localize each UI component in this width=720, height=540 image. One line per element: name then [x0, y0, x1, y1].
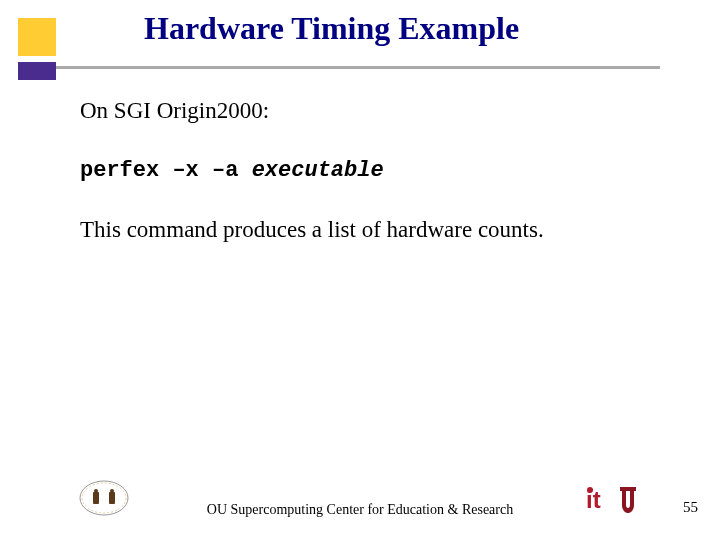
slide-title: Hardware Timing Example [144, 10, 519, 47]
body-code-command: perfex –x –a executable [80, 158, 680, 183]
svg-rect-3 [109, 492, 115, 504]
footer-attribution: OU Supercomputing Center for Education &… [207, 502, 513, 518]
oscer-logo-icon [78, 478, 130, 522]
slide-body: On SGI Origin2000: perfex –x –a executab… [80, 98, 680, 243]
it-ou-logo-icon: it [586, 484, 644, 522]
accent-block-yellow [18, 18, 56, 56]
accent-block-purple [18, 62, 56, 80]
slide-header: Hardware Timing Example [0, 0, 720, 80]
page-number: 55 [683, 499, 698, 516]
svg-point-1 [82, 483, 126, 513]
title-rule [56, 66, 660, 69]
body-text-description: This command produces a list of hardware… [80, 217, 680, 243]
svg-rect-2 [93, 492, 99, 504]
svg-point-5 [110, 489, 114, 493]
svg-point-0 [80, 481, 128, 515]
code-command: perfex –x –a [80, 158, 238, 183]
slide-footer: OU Supercomputing Center for Education &… [0, 478, 720, 528]
body-text-platform: On SGI Origin2000: [80, 98, 680, 124]
title-underline [0, 62, 720, 80]
code-argument: executable [252, 158, 384, 183]
svg-point-7 [587, 487, 593, 493]
svg-point-4 [94, 489, 98, 493]
